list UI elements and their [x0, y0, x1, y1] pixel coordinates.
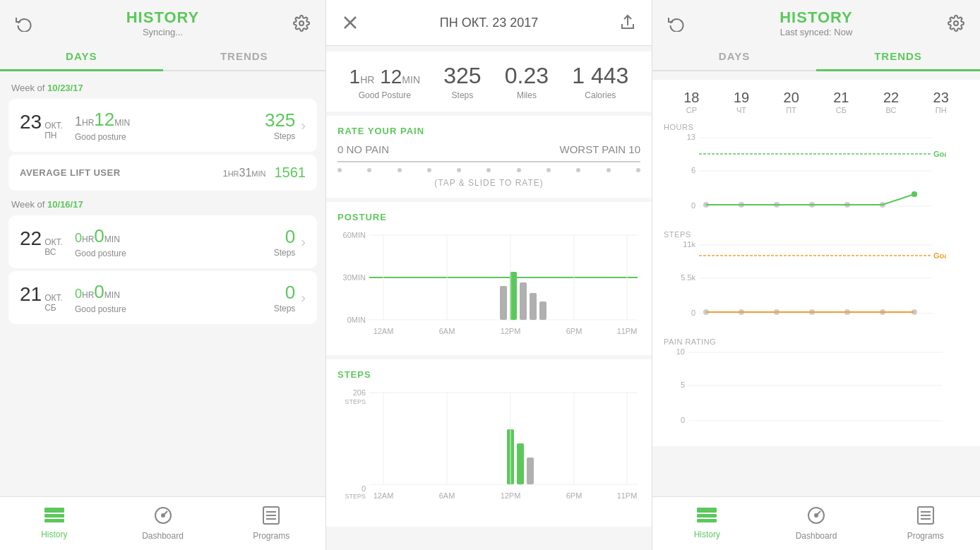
pain-row: 0 NO PAIN WORST PAIN 10 — [337, 143, 640, 155]
day-num-23: 23 — [20, 111, 42, 133]
stat-posture-label: Good Posture — [349, 90, 420, 100]
day-date-21: 21 ОКТ. СБ — [20, 283, 69, 313]
svg-text:STEPS: STEPS — [345, 493, 366, 500]
svg-rect-3 — [44, 519, 64, 522]
nav-dashboard-right[interactable]: Dashboard — [762, 501, 871, 546]
day-card-21[interactable]: 21 ОКТ. СБ 0HR0MIN Good posture 0 Steps … — [8, 271, 317, 324]
pain-dot-3 — [398, 168, 402, 172]
trend-day-23: 23 ПН — [916, 90, 966, 114]
svg-text:30MIN: 30MIN — [343, 273, 366, 282]
svg-text:12PM: 12PM — [501, 327, 521, 335]
day-card-22[interactable]: 22 ОКТ. ВС 0HR0MIN Good posture 0 Steps … — [8, 215, 317, 268]
stat-miles-value: 0.23 — [505, 63, 549, 89]
svg-text:60MIN: 60MIN — [343, 231, 366, 239]
tab-days-left[interactable]: DAYS — [0, 43, 163, 71]
day-posture-21: 0HR0MIN Good posture — [69, 281, 253, 314]
stat-posture: 1HR 12MIN Good Posture — [349, 63, 420, 100]
right-header-center: HISTORY Last synced: Now — [689, 8, 943, 37]
svg-rect-93 — [697, 519, 717, 522]
refresh-icon[interactable] — [11, 11, 37, 36]
programs-icon-left — [263, 506, 280, 529]
settings-icon-right[interactable] — [943, 11, 969, 36]
day-card-23[interactable]: 23 ОКТ. ПН 1HR12MIN Good posture 325 Ste… — [8, 99, 317, 152]
tab-days-right[interactable]: DAYS — [652, 43, 816, 70]
right-panel: HISTORY Last synced: Now DAYS TRENDS 18 … — [652, 0, 980, 550]
tab-trends-right[interactable]: TRENDS — [816, 43, 980, 71]
close-icon[interactable] — [337, 10, 363, 35]
trend-day-19: 19 ЧТ — [717, 90, 767, 114]
svg-rect-41 — [517, 443, 524, 484]
svg-rect-22 — [530, 293, 537, 320]
svg-text:6PM: 6PM — [566, 491, 582, 500]
svg-text:6AM: 6AM — [439, 491, 455, 500]
stat-steps-value: 325 — [443, 63, 481, 89]
stat-calories-value: 1 443 — [572, 63, 628, 89]
nav-programs-right[interactable]: Programs — [871, 501, 980, 546]
nav-programs-left[interactable]: Programs — [217, 501, 325, 546]
pain-dot-6 — [486, 168, 491, 172]
stat-miles: 0.23 Miles — [505, 63, 549, 100]
svg-point-95 — [815, 514, 818, 517]
nav-dashboard-left[interactable]: Dashboard — [109, 501, 217, 546]
pain-dots — [337, 168, 640, 172]
svg-text:Goal 10k ▲: Goal 10k ▲ — [933, 251, 946, 260]
pain-section: RATE YOUR PAIN 0 NO PAIN WORST PAIN 10 — [326, 116, 652, 198]
refresh-icon-right[interactable] — [664, 11, 689, 36]
pain-title: RATE YOUR PAIN — [337, 126, 640, 136]
svg-point-53 — [954, 21, 958, 25]
pain-max-val: 10 — [628, 143, 640, 155]
pain-dot-5 — [457, 168, 461, 172]
middle-scroll: 1HR 12MIN Good Posture 325 Steps 0.23 Mi… — [326, 46, 652, 550]
day-posture-22: 0HR0MIN Good posture — [69, 225, 253, 258]
svg-text:5: 5 — [681, 381, 685, 389]
posture-section: POSTURE 60MIN 30MIN 0MIN 12AM — [326, 202, 652, 355]
day-num-22: 22 — [20, 227, 42, 250]
tab-trends-left[interactable]: TRENDS — [163, 43, 326, 70]
dashboard-icon-right — [807, 506, 825, 529]
settings-icon[interactable] — [289, 11, 314, 36]
pain-rating-section: PAIN RATING 10 5 0 — [664, 337, 969, 436]
trend-day-20: 20 ПТ — [766, 90, 816, 114]
nav-history-label-left: History — [41, 530, 67, 539]
svg-text:10: 10 — [676, 349, 685, 356]
week-days-row: 18 СР 19 ЧТ 20 ПТ 21 СБ 22 ВС — [664, 90, 969, 114]
stat-steps: 325 Steps — [443, 63, 481, 100]
steps-chart-section: STEPS Goal 10k ▲ 11k 5.5k 0 — [664, 230, 969, 329]
svg-point-5 — [162, 514, 165, 517]
nav-history-left[interactable]: History — [0, 502, 109, 545]
pain-dot-7 — [517, 168, 521, 172]
pain-dot-2 — [367, 168, 371, 172]
left-panel: HISTORY Syncing... DAYS TRENDS Week of 1… — [0, 0, 326, 550]
svg-rect-2 — [44, 514, 64, 518]
svg-rect-91 — [697, 508, 717, 513]
stat-calories: 1 443 Calories — [572, 63, 628, 100]
svg-rect-21 — [520, 282, 527, 320]
left-header: HISTORY Syncing... — [0, 0, 325, 43]
history-icon-left — [44, 508, 64, 527]
share-icon[interactable] — [615, 10, 640, 35]
dashboard-icon-left — [154, 506, 172, 529]
svg-text:6PM: 6PM — [566, 327, 582, 335]
steps-chart-label: STEPS — [664, 230, 691, 239]
svg-text:6: 6 — [691, 166, 695, 174]
left-tabs: DAYS TRENDS — [0, 43, 325, 71]
posture-label-23: Good posture — [75, 132, 253, 142]
posture-chart: 60MIN 30MIN 0MIN 12AM 6AM 12PM 6PM — [337, 229, 641, 342]
nav-dashboard-label-left: Dashboard — [142, 531, 184, 541]
nav-programs-label-left: Programs — [253, 531, 289, 541]
hours-label: HOURS — [664, 123, 693, 131]
right-tabs: DAYS TRENDS — [652, 43, 980, 71]
svg-text:12PM: 12PM — [501, 491, 521, 500]
left-sync: Syncing... — [37, 27, 289, 37]
nav-history-right[interactable]: History — [652, 502, 762, 545]
pain-slider[interactable] — [337, 161, 640, 162]
svg-text:5.5k: 5.5k — [681, 273, 695, 282]
pain-trend-chart: 10 5 0 — [664, 349, 946, 434]
svg-text:11PM: 11PM — [617, 327, 638, 335]
average-card: AVERAGE LIFT USER 1HR31MIN 1561 — [8, 155, 317, 191]
svg-text:Goal 4 ▲: Goal 4 ▲ — [933, 150, 946, 158]
svg-rect-42 — [527, 458, 534, 484]
stats-row: 1HR 12MIN Good Posture 325 Steps 0.23 Mi… — [326, 52, 652, 112]
pain-tap: (TAP & SLIDE TO RATE) — [337, 178, 640, 188]
day-steps-23: 325 — [253, 109, 295, 131]
